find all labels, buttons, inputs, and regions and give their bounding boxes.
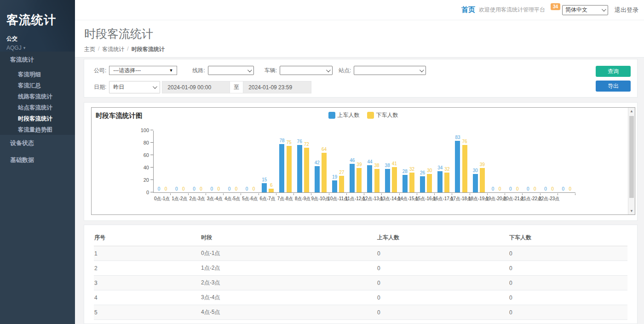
x-axis-label: 15点-16点 [417, 196, 435, 202]
bar-value-label: 0 [499, 186, 501, 191]
y-axis-label: 40 [132, 165, 149, 170]
chart-category: 00 [488, 131, 505, 192]
bar-column: 0 [199, 186, 204, 192]
date-preset-select[interactable]: 昨日 [109, 81, 160, 93]
bar-column: 15 [262, 177, 267, 192]
table-row: 65点-6点00 [94, 320, 627, 324]
y-axis-tick [150, 130, 153, 130]
bar-value-label: 0 [175, 186, 178, 191]
bar [269, 189, 274, 192]
x-tick [558, 193, 575, 195]
bar-column: 0 [550, 186, 555, 192]
x-tick [153, 193, 171, 195]
table-row: 43点-4点00 [94, 290, 627, 305]
chart-category: 4264 [312, 131, 329, 192]
date-preset-value: 昨日 [113, 83, 124, 91]
filter-panel: 公司: ---请选择--- ▼ 线路: 车辆: 站点: [84, 59, 638, 98]
x-axis-label: 4点-5点 [224, 196, 241, 202]
station-select[interactable] [354, 66, 426, 75]
breadcrumb-item[interactable]: 主页 [84, 46, 95, 53]
x-axis-label: 21点-22点 [523, 196, 540, 202]
table-cell: 1点-2点 [201, 261, 377, 276]
sidebar-item[interactable]: 基础数据 [0, 152, 75, 169]
bar-column: 0 [525, 186, 530, 192]
bar-value-label: 0 [193, 186, 196, 191]
table-cell: 2 [94, 261, 201, 276]
home-link[interactable]: 首页 [461, 6, 475, 14]
breadcrumb-item[interactable]: 客流统计 [102, 46, 124, 53]
bar-value-label: 0 [253, 186, 255, 191]
sidebar-subitem[interactable]: 客流汇总 [0, 80, 75, 91]
welcome-text: 欢迎使用客流统计管理平台 [479, 6, 545, 14]
sidebar-subitem[interactable]: 时段客流统计 [0, 113, 75, 124]
table-cell: 3 [94, 276, 201, 290]
legend-item[interactable]: 下车人数 [367, 111, 398, 119]
org-code-dropdown[interactable]: AQGJ ▾ [6, 45, 69, 51]
breadcrumb: 主页/客流统计/时段客流统计 [84, 46, 644, 53]
date-from-input[interactable]: 2024-01-09 00:00 [162, 81, 230, 93]
y-axis-label: 60 [132, 152, 149, 158]
bar-column: 0 [244, 186, 249, 192]
table-row: 10点-1点00 [94, 246, 627, 261]
bar-value-label: 38 [374, 163, 380, 168]
bar-column: 0 [490, 186, 495, 192]
sidebar-item[interactable]: 设备状态 [0, 135, 75, 152]
table-cell: 0点-1点 [201, 246, 377, 261]
language-select[interactable]: 简体中文 [562, 5, 608, 15]
table-column-header: 序号 [94, 230, 201, 246]
y-axis-tick [150, 192, 153, 192]
bar-value-label: 0 [569, 186, 571, 191]
chart-container: 时段车流统计图 上车人数下车人数 00000000000015678757672… [91, 107, 635, 215]
scroll-up-icon[interactable]: ▲ [628, 108, 635, 115]
sidebar-item[interactable]: 客流统计 [0, 52, 75, 69]
bar-value-label: 0 [492, 186, 494, 191]
x-tick [206, 193, 224, 195]
legend-swatch [328, 112, 335, 119]
chart-title: 时段车流统计图 [96, 111, 143, 120]
query-button[interactable]: 查询 [596, 66, 631, 77]
chart-panel: 时段车流统计图 上车人数下车人数 00000000000015678757672… [84, 102, 638, 221]
x-axis-label: 8点-9点 [294, 196, 311, 202]
sidebar-subitem[interactable]: 客流明细 [0, 69, 75, 80]
x-tick [347, 193, 364, 195]
sidebar-subitem[interactable]: 站点客流统计 [0, 102, 75, 113]
chevron-down-icon [602, 7, 606, 12]
language-select-value: 简体中文 [565, 6, 587, 14]
bar-column: 30 [473, 168, 478, 193]
line-select[interactable] [208, 66, 254, 75]
chart-category: 8376 [452, 131, 470, 192]
table-cell: 0 [377, 276, 509, 290]
logout-link[interactable]: 退出登录 [615, 6, 638, 14]
sidebar-section: 客流统计客流明细客流汇总线路客流统计站点客流统计时段客流统计客流量趋势图 [0, 52, 75, 135]
table-cell: 0 [509, 320, 627, 324]
bar-column: 0 [497, 186, 502, 192]
bar-value-label: 15 [262, 177, 267, 182]
chart-category: 00 [189, 131, 206, 192]
scrollbar-thumb[interactable] [629, 116, 634, 198]
bar-column: 0 [227, 186, 232, 192]
vehicle-select[interactable] [280, 66, 333, 75]
export-button[interactable]: 导出 [596, 81, 631, 92]
chart-category: 2832 [400, 131, 417, 192]
bar-value-label: 75 [287, 140, 292, 145]
sidebar-subitem[interactable]: 线路客流统计 [0, 91, 75, 102]
chart-category: 00 [242, 131, 259, 192]
chart-scrollbar[interactable]: ▲ ▼ [628, 108, 635, 214]
company-select[interactable]: ---请选择--- ▼ [109, 66, 177, 75]
bar [402, 175, 408, 192]
date-to-input[interactable]: 2024-01-09 23:59 [243, 81, 311, 93]
bar-value-label: 83 [455, 135, 460, 140]
table-row: 32点-3点00 [94, 276, 627, 290]
legend-item[interactable]: 上车人数 [328, 111, 360, 119]
chart-category: 00 [154, 131, 171, 192]
table-column-header: 时段 [201, 230, 377, 246]
bar-column: 0 [163, 186, 168, 192]
scroll-down-icon[interactable]: ▼ [628, 208, 635, 214]
bar-column: 0 [216, 186, 221, 192]
chart-category: 00 [224, 131, 242, 192]
bar [444, 173, 449, 192]
x-tick [329, 193, 347, 195]
sidebar-subitem[interactable]: 客流量趋势图 [0, 124, 75, 135]
chart-category: 00 [171, 131, 189, 192]
bar [392, 167, 397, 192]
